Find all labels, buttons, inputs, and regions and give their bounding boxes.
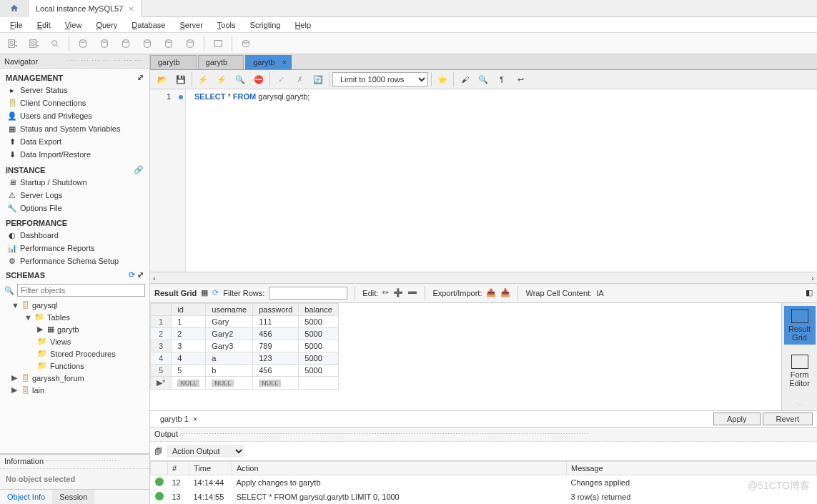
- import-icon[interactable]: 📥: [500, 288, 510, 297]
- menu-file[interactable]: File: [4, 19, 29, 31]
- menu-help[interactable]: Help: [289, 19, 317, 31]
- tab-session[interactable]: Session: [52, 490, 94, 504]
- search-icon[interactable]: [210, 36, 226, 51]
- db-icon-3[interactable]: [118, 36, 134, 51]
- new-sql-icon[interactable]: SQL: [4, 36, 20, 51]
- table-row[interactable]: 55b4565000: [151, 364, 339, 376]
- open-file-icon[interactable]: 📂: [154, 71, 170, 87]
- editor-tab-3[interactable]: garytb×: [245, 55, 292, 69]
- db-icon-4[interactable]: [139, 36, 155, 51]
- nav-data-import[interactable]: ⬇Data Import/Restore: [0, 148, 149, 161]
- output-select[interactable]: Action Output: [167, 445, 244, 458]
- brush-icon[interactable]: 🖌: [457, 71, 472, 87]
- autocommit-icon[interactable]: 🔄: [310, 71, 326, 87]
- menu-server[interactable]: Server: [174, 19, 208, 31]
- db-icon: 🗄: [21, 386, 29, 395]
- commit-icon[interactable]: ✓: [273, 71, 289, 87]
- menu-database[interactable]: Database: [126, 19, 171, 31]
- schema-lain[interactable]: ▶🗄lain: [0, 384, 149, 396]
- nav-options-file[interactable]: 🔧Options File: [0, 202, 149, 214]
- editor-tab-1[interactable]: garytb: [150, 55, 197, 69]
- close-icon[interactable]: ×: [282, 59, 287, 66]
- schema-garyssh[interactable]: ▶🗄garyssh_forum: [0, 372, 149, 384]
- output-row[interactable]: 1214:14:44Apply changes to garytbChanges…: [151, 475, 817, 490]
- table-row[interactable]: 22Gary24565000: [151, 327, 339, 340]
- editor-scrollbar[interactable]: ‹›: [150, 272, 817, 283]
- table-row-new[interactable]: ▶*NULLNULLNULL: [151, 376, 339, 389]
- schema-garysql[interactable]: ▼🗄garysql: [0, 300, 149, 311]
- close-icon[interactable]: ×: [193, 415, 197, 423]
- apply-button[interactable]: Apply: [713, 412, 761, 425]
- find-icon[interactable]: 🔍: [475, 71, 491, 87]
- beautify-icon[interactable]: ⭐: [435, 71, 450, 87]
- refresh-icon[interactable]: ⟳: [212, 288, 219, 297]
- menu-edit[interactable]: Edit: [31, 19, 56, 31]
- save-icon[interactable]: 💾: [173, 71, 189, 87]
- rollback-icon[interactable]: ✗: [292, 71, 307, 87]
- edit-icon[interactable]: ✏: [382, 288, 389, 297]
- table-row[interactable]: 44a1235000: [151, 352, 339, 364]
- menu-scripting[interactable]: Scripting: [244, 19, 287, 31]
- tab-object-info[interactable]: Object Info: [0, 490, 52, 504]
- tree-functions[interactable]: 📁Functions: [0, 360, 149, 372]
- nav-users-privileges[interactable]: 👤Users and Privileges: [0, 109, 149, 122]
- nav-status-variables[interactable]: ▦Status and System Variables: [0, 122, 149, 135]
- refresh-icon[interactable]: ⟳: [129, 270, 135, 279]
- wrap-toggle-icon[interactable]: IA: [596, 289, 603, 297]
- nav-server-logs[interactable]: ⚠Server Logs: [0, 189, 149, 202]
- svg-point-7: [123, 39, 129, 42]
- result-tab[interactable]: garytb 1×: [154, 413, 203, 425]
- sql-editor[interactable]: 1 SELECT * FROM garysql.garytb;: [150, 89, 817, 272]
- expand-icon[interactable]: ⤢: [137, 73, 144, 82]
- close-icon[interactable]: ×: [129, 4, 133, 13]
- result-grid[interactable]: idusernamepasswordbalance 11Gary1115000 …: [150, 303, 781, 410]
- menu-query[interactable]: Query: [90, 19, 123, 31]
- output-menu-icon[interactable]: 🗐: [154, 447, 162, 455]
- db-icon-1[interactable]: [75, 36, 91, 51]
- limit-select[interactable]: Limit to 1000 rows: [332, 72, 428, 87]
- execute-icon[interactable]: ⚡: [195, 71, 211, 87]
- filter-input[interactable]: [17, 284, 145, 297]
- stop-icon[interactable]: ⛔: [251, 71, 267, 87]
- add-row-icon[interactable]: ➕: [393, 288, 403, 297]
- invisible-icon[interactable]: ¶: [494, 71, 510, 87]
- side-tab-result-grid[interactable]: Result Grid: [784, 306, 816, 345]
- open-sql-icon[interactable]: SQL: [26, 36, 41, 51]
- connection-tab[interactable]: Local instance MySQL57 ×: [29, 0, 142, 17]
- expand-icon[interactable]: ⤢: [137, 270, 144, 279]
- tree-table-garytb[interactable]: ▶▦garytb: [0, 323, 149, 335]
- nav-perf-reports[interactable]: 📊Performance Reports: [0, 242, 149, 255]
- db-icon-6[interactable]: [182, 36, 198, 51]
- panel-toggle-icon[interactable]: ◧: [806, 288, 813, 297]
- tree-stored-procedures[interactable]: 📁Stored Procedures: [0, 347, 149, 360]
- table-row[interactable]: 11Gary1115000: [151, 315, 339, 327]
- nav-client-connections[interactable]: 🗄Client Connections: [0, 97, 149, 109]
- filter-rows-input[interactable]: [269, 287, 347, 300]
- explain-icon[interactable]: 🔍: [232, 71, 248, 87]
- home-button[interactable]: [0, 0, 29, 17]
- side-tab-form-editor[interactable]: Form Editor: [784, 352, 816, 390]
- nav-dashboard[interactable]: ◐Dashboard: [0, 229, 149, 242]
- db-icon-2[interactable]: [96, 36, 112, 51]
- output-row[interactable]: 1314:14:55SELECT * FROM garysql.garytb L…: [151, 490, 817, 504]
- menu-tools[interactable]: Tools: [212, 19, 242, 31]
- side-tab-more[interactable]: ⌄: [784, 397, 816, 410]
- tree-views[interactable]: 📁Views: [0, 335, 149, 347]
- nav-data-export[interactable]: ⬆Data Export: [0, 135, 149, 148]
- export-icon[interactable]: 📤: [486, 288, 496, 297]
- reconnect-icon[interactable]: [238, 36, 254, 51]
- nav-server-status[interactable]: ▸Server Status: [0, 84, 149, 97]
- nav-startup[interactable]: 🖥Startup / Shutdown: [0, 176, 149, 189]
- delete-row-icon[interactable]: ➖: [407, 288, 417, 297]
- nav-perf-schema[interactable]: ⚙Performance Schema Setup: [0, 255, 149, 267]
- editor-tab-2[interactable]: garytb: [198, 55, 244, 69]
- execute-current-icon[interactable]: ⚡: [214, 71, 229, 87]
- wrap-icon[interactable]: ↩: [513, 71, 528, 87]
- revert-button[interactable]: Revert: [763, 412, 813, 425]
- tree-tables[interactable]: ▼📁Tables: [0, 311, 149, 323]
- inspector-icon[interactable]: [47, 36, 63, 51]
- db-icon-5[interactable]: [161, 36, 177, 51]
- grid-icon[interactable]: ▦: [201, 288, 208, 297]
- table-row[interactable]: 33Gary37895000: [151, 340, 339, 352]
- menu-view[interactable]: View: [59, 19, 88, 31]
